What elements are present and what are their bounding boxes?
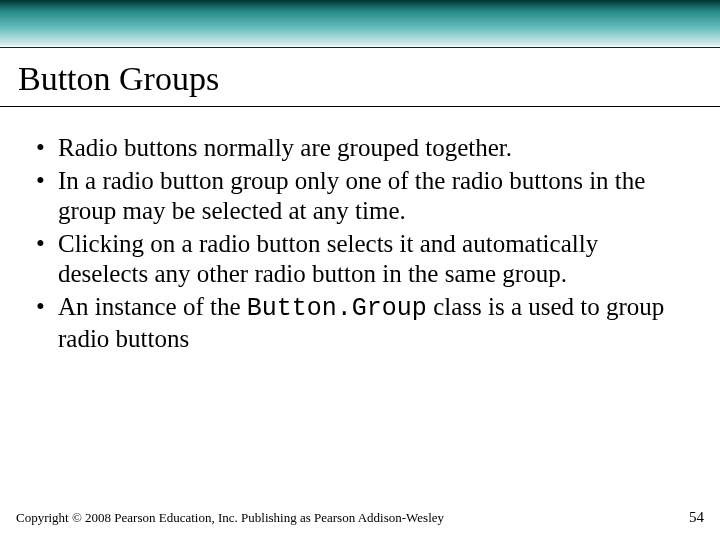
header-gradient-band xyxy=(0,0,720,48)
slide-title: Button Groups xyxy=(18,60,702,98)
copyright-text: Copyright © 2008 Pearson Education, Inc.… xyxy=(16,510,444,526)
bullet-list: Radio buttons normally are grouped toget… xyxy=(34,133,686,355)
title-area: Button Groups xyxy=(0,48,720,106)
bullet-item: Clicking on a radio button selects it an… xyxy=(34,229,686,290)
bullet-text-prefix: An instance of the xyxy=(58,293,247,320)
bullet-item: Radio buttons normally are grouped toget… xyxy=(34,133,686,164)
page-number: 54 xyxy=(689,509,704,526)
bullet-item: In a radio button group only one of the … xyxy=(34,166,686,227)
bullet-text: In a radio button group only one of the … xyxy=(58,167,645,225)
bullet-text: Radio buttons normally are grouped toget… xyxy=(58,134,512,161)
bullet-text: Clicking on a radio button selects it an… xyxy=(58,230,598,288)
bullet-code: Button.Group xyxy=(247,294,427,323)
footer: Copyright © 2008 Pearson Education, Inc.… xyxy=(0,509,720,526)
body-area: Radio buttons normally are grouped toget… xyxy=(0,107,720,355)
bullet-item: An instance of the Button.Group class is… xyxy=(34,292,686,355)
